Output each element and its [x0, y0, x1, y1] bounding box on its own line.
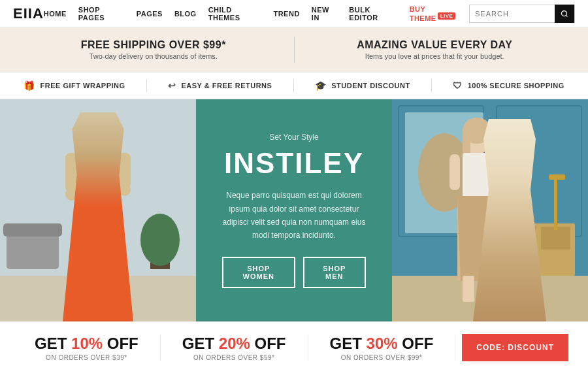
- feature-gift-wrapping: 🎁 FREE GIFT WRAPPING: [24, 80, 125, 91]
- svg-line-1: [566, 15, 567, 16]
- svg-rect-30: [541, 227, 570, 250]
- svg-rect-39: [463, 153, 491, 199]
- hero-left-panel: [0, 99, 196, 321]
- hero-tagline: Set Your Style: [269, 133, 318, 142]
- discount-bar: GET 10% OFF ON ORDERS OVER $39* GET 20% …: [0, 321, 588, 373]
- search-button[interactable]: [555, 5, 574, 23]
- navigation: EIIA HOME SHOP PAGES PAGES BLOG CHILD TH…: [0, 0, 588, 27]
- svg-marker-41: [457, 196, 497, 281]
- hero-brand: INSTILEY: [224, 147, 364, 180]
- svg-rect-11: [82, 127, 90, 159]
- nav-new-in[interactable]: NEW IN: [312, 6, 337, 22]
- nav-trend[interactable]: TREND: [273, 10, 299, 18]
- discount-code-button[interactable]: CODE: DISCOUNT: [462, 334, 568, 361]
- feat-divider-2: [293, 79, 294, 92]
- feature-secure: 🛡 100% SECURE SHOPPING: [453, 80, 564, 91]
- feature-label-1: FREE GIFT WRAPPING: [41, 82, 125, 90]
- svg-point-23: [99, 295, 115, 302]
- discount-30-title: GET 30% OFF: [315, 335, 449, 353]
- svg-rect-29: [506, 227, 536, 250]
- svg-rect-3: [0, 276, 196, 321]
- shield-icon: 🛡: [453, 80, 463, 91]
- svg-rect-38: [489, 132, 495, 158]
- discount-30: GET 30% OFF ON ORDERS OVER $99*: [315, 335, 449, 361]
- discount-20-sub: ON ORDERS OVER $59*: [167, 354, 301, 361]
- promo-divider: [294, 37, 295, 63]
- svg-point-10: [82, 114, 114, 143]
- disc-divider-1: [160, 335, 161, 361]
- hero-buttons: SHOP WOMEN SHOP MEN: [222, 257, 366, 288]
- feature-bar: 🎁 FREE GIFT WRAPPING ↩ EASY & FREE RETUR…: [0, 72, 588, 99]
- svg-rect-27: [392, 276, 588, 321]
- search-icon: [561, 10, 568, 18]
- svg-rect-15: [81, 196, 115, 294]
- gift-icon: 🎁: [24, 80, 35, 91]
- feature-returns: ↩ EASY & FREE RETURNS: [168, 80, 272, 91]
- hero-section: Set Your Style INSTILEY Neque parro quis…: [0, 99, 588, 321]
- svg-rect-45: [463, 276, 474, 302]
- left-model-svg: [0, 99, 196, 321]
- right-model-svg: [392, 99, 588, 321]
- promo-right-title: AMAZING VALUE EVERY DAY: [308, 39, 563, 51]
- nav-home[interactable]: HOME: [44, 10, 67, 18]
- svg-rect-42: [449, 154, 460, 190]
- svg-point-9: [84, 117, 112, 154]
- shop-men-button[interactable]: SHOP MEN: [303, 257, 366, 288]
- svg-rect-46: [480, 276, 491, 302]
- returns-icon: ↩: [168, 80, 176, 91]
- nav-bulk-editor[interactable]: BULK EDITOR: [349, 6, 397, 22]
- hero-description: Neque parro quisquam est qui dolorem ips…: [222, 189, 366, 242]
- search-input[interactable]: [470, 10, 555, 18]
- svg-rect-43: [494, 154, 504, 200]
- promo-left: FREE SHIPPING OVER $99* Two-day delivery…: [26, 39, 281, 60]
- promo-banner: FREE SHIPPING OVER $99* Two-day delivery…: [0, 27, 588, 72]
- discount-30-sub: ON ORDERS OVER $99*: [315, 354, 449, 361]
- svg-rect-32: [549, 174, 565, 180]
- nav-shop-pages[interactable]: SHOP PAGES: [78, 6, 125, 22]
- discount-10: GET 10% OFF ON ORDERS OVER $39*: [20, 335, 154, 361]
- logo: EIIA: [13, 5, 44, 22]
- discount-10-title: GET 10% OFF: [20, 335, 154, 353]
- hero-left-model: [0, 99, 196, 321]
- shop-women-button[interactable]: SHOP WOMEN: [222, 257, 295, 288]
- feat-divider-1: [146, 79, 147, 92]
- discount-10-sub: ON ORDERS OVER $39*: [20, 354, 154, 361]
- disc-divider-3: [455, 335, 455, 361]
- feature-label-3: STUDENT DISCOUNT: [331, 82, 410, 90]
- promo-left-sub: Two-day delivery on thousands of items.: [26, 52, 281, 60]
- nav-links: HOME SHOP PAGES PAGES BLOG CHILD THEMES …: [44, 5, 469, 22]
- feat-divider-3: [431, 79, 432, 92]
- svg-rect-14: [86, 155, 110, 188]
- discount-20: GET 20% OFF ON ORDERS OVER $59*: [167, 335, 301, 361]
- student-icon: 🎓: [315, 80, 327, 91]
- discount-20-title: GET 20% OFF: [167, 335, 301, 353]
- nav-pages[interactable]: PAGES: [137, 10, 163, 18]
- svg-rect-6: [3, 223, 62, 237]
- hero-right-panel: [392, 99, 588, 321]
- discount-30-pct: 30%: [367, 335, 398, 352]
- hero-center-panel: Set Your Style INSTILEY Neque parro quis…: [196, 99, 392, 321]
- svg-point-22: [81, 295, 97, 302]
- svg-point-20: [65, 188, 77, 201]
- svg-rect-12: [106, 127, 114, 166]
- svg-point-21: [119, 183, 131, 196]
- svg-rect-16: [81, 230, 97, 295]
- svg-point-8: [140, 214, 180, 266]
- feature-label-4: 100% SECURE SHOPPING: [468, 82, 564, 90]
- feature-student: 🎓 STUDENT DISCOUNT: [315, 80, 410, 91]
- nav-buy-theme[interactable]: BUY THEMELIVE: [410, 5, 469, 22]
- promo-right: AMAZING VALUE EVERY DAY Items you love a…: [308, 39, 563, 60]
- disc-divider-2: [308, 335, 308, 361]
- svg-rect-31: [554, 178, 557, 230]
- feature-label-2: EASY & FREE RETURNS: [182, 82, 272, 90]
- search-bar: [469, 5, 575, 23]
- svg-rect-17: [99, 230, 115, 295]
- discount-10-pct: 10%: [71, 335, 103, 352]
- discount-20-pct: 20%: [219, 335, 250, 352]
- svg-rect-18: [65, 153, 77, 192]
- nav-child-themes[interactable]: CHILD THEMES: [208, 6, 262, 22]
- svg-rect-44: [495, 199, 514, 213]
- promo-right-sub: Items you love at prices that fit your b…: [308, 52, 563, 60]
- nav-blog[interactable]: BLOG: [174, 10, 197, 18]
- svg-point-0: [562, 10, 567, 16]
